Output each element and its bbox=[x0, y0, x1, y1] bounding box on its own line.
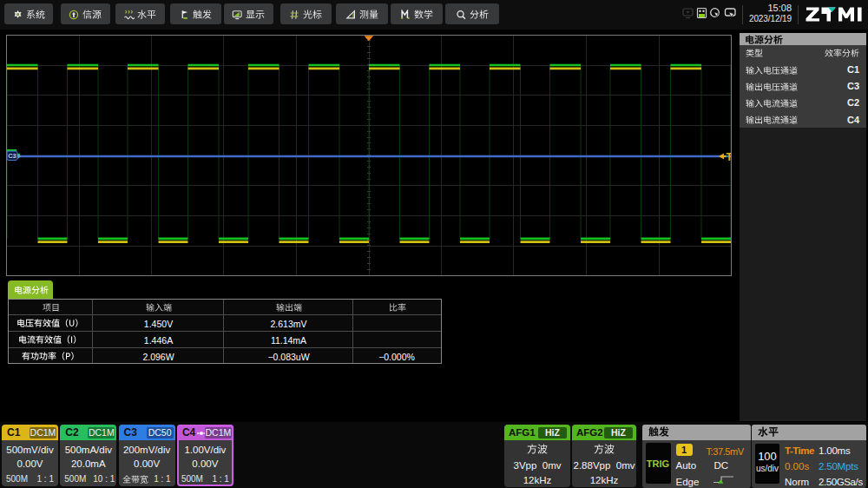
svg-text:C3: C3 bbox=[8, 152, 16, 160]
